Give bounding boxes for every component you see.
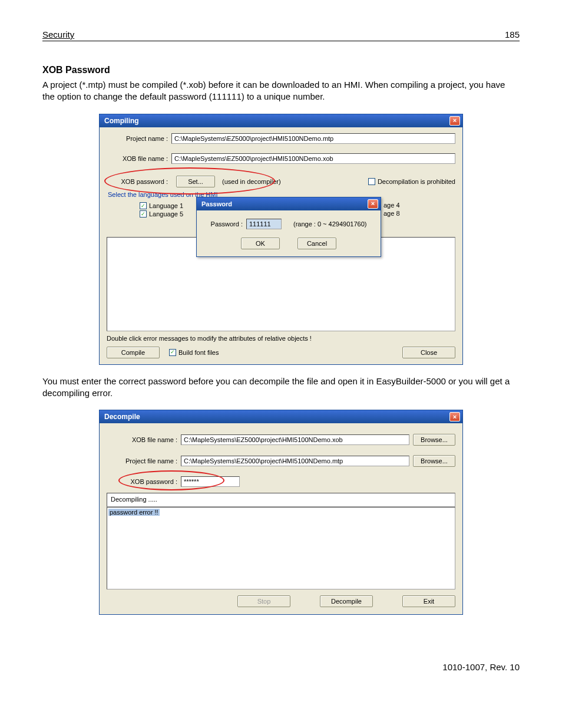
compiling-titlebar: Compiling × <box>100 114 462 127</box>
decompile-button[interactable]: Decompile <box>320 595 373 607</box>
project-name-input[interactable] <box>171 133 455 144</box>
page-footer: 1010-1007, Rev. 10 <box>42 662 520 672</box>
xob-file-label: XOB file name : <box>107 155 171 162</box>
second-paragraph: You must enter the correct password befo… <box>42 375 520 400</box>
checkbox-checked-icon: ✓ <box>169 349 176 356</box>
password-error-item[interactable]: password error !! <box>108 509 160 516</box>
build-font-files-checkbox[interactable]: ✓ Build font files <box>169 349 219 356</box>
page-header: Security 185 <box>42 29 520 41</box>
decompile-project-label: Project file name : <box>107 457 177 465</box>
decompile-password-label: XOB password : <box>107 478 177 485</box>
build-font-files-label: Build font files <box>178 349 219 356</box>
browse-project-button[interactable]: Browse... <box>413 455 455 467</box>
decompile-xob-input[interactable] <box>181 434 409 445</box>
project-name-label: Project name : <box>107 135 171 142</box>
decompile-title: Decompile <box>104 413 140 421</box>
header-page-number: 185 <box>505 29 520 39</box>
close-icon[interactable]: × <box>449 412 460 421</box>
close-icon[interactable]: × <box>449 116 460 126</box>
language-5-checkbox[interactable]: ✓ Language 5 <box>140 210 183 218</box>
checkbox-checked-icon: ✓ <box>140 202 147 209</box>
compiling-title: Compiling <box>104 117 139 125</box>
section-title: XOB Password <box>42 65 520 75</box>
set-password-button[interactable]: Set... <box>176 176 215 187</box>
compiling-window: Compiling × Project name : XOB file name… <box>99 114 463 365</box>
decompilation-prohibited-checkbox[interactable]: Decompilation is prohibited <box>368 178 455 185</box>
password-dialog-titlebar: Password × <box>197 197 381 210</box>
intro-paragraph: A project (*.mtp) must be compiled (*.xo… <box>42 79 520 103</box>
decompile-status: Decompiling ..... <box>107 493 455 507</box>
language-5-label: Language 5 <box>149 210 183 218</box>
language-1-label: Language 1 <box>149 202 183 209</box>
double-click-note: Double click error messages to modify th… <box>107 335 455 342</box>
xob-file-input[interactable] <box>171 153 455 164</box>
stop-button: Stop <box>237 595 290 607</box>
compile-button[interactable]: Compile <box>107 347 160 358</box>
decompilation-prohibited-label: Decompilation is prohibited <box>378 178 455 185</box>
decompile-window: Decompile × XOB file name : Browse... Pr… <box>99 410 463 615</box>
header-section: Security <box>42 29 74 39</box>
xob-password-label: XOB password : <box>107 178 171 185</box>
decompile-project-input[interactable] <box>181 456 409 466</box>
ok-button[interactable]: OK <box>241 238 280 249</box>
password-range-note: (range : 0 ~ 4294901760) <box>293 220 366 228</box>
checkbox-empty-icon <box>368 178 375 185</box>
language-8-partial-label: age 8 <box>384 210 400 217</box>
password-input[interactable] <box>246 219 282 229</box>
decompile-log: password error !! <box>107 507 455 589</box>
exit-button[interactable]: Exit <box>402 595 455 607</box>
cancel-button[interactable]: Cancel <box>297 238 336 249</box>
password-dialog-title: Password <box>201 200 232 207</box>
password-dialog: Password × Password : (range : 0 ~ 42949… <box>196 197 381 257</box>
language-4-partial-label: age 4 <box>384 202 400 209</box>
used-in-decompiler-note: (used in decompiler) <box>222 178 281 185</box>
password-field-label: Password : <box>211 220 243 228</box>
decompile-password-input[interactable] <box>181 476 240 487</box>
browse-xob-button[interactable]: Browse... <box>413 434 455 446</box>
language-1-checkbox[interactable]: ✓ Language 1 <box>140 202 183 209</box>
checkbox-checked-icon: ✓ <box>140 210 147 218</box>
close-icon[interactable]: × <box>368 199 378 209</box>
decompile-xob-label: XOB file name : <box>107 436 177 443</box>
decompile-titlebar: Decompile × <box>100 410 462 423</box>
close-button[interactable]: Close <box>402 347 455 358</box>
